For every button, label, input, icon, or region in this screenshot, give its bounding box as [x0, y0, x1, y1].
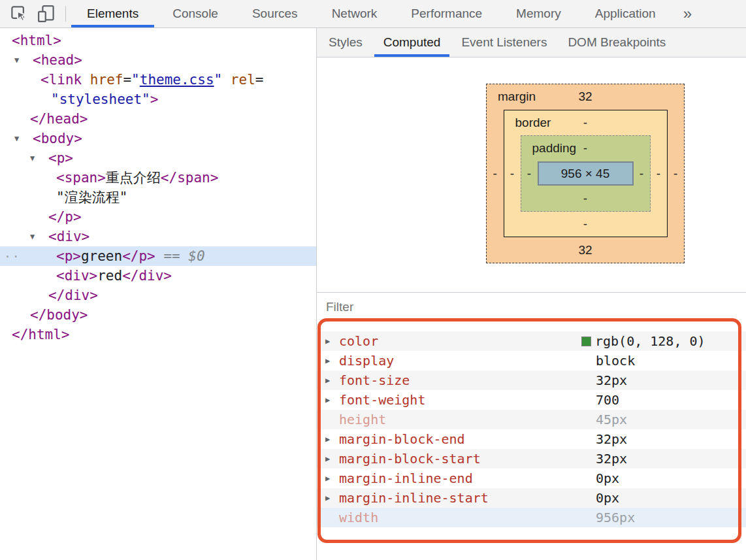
- property-expand-arrow-icon[interactable]: ▶: [325, 493, 339, 502]
- dom-tree-node[interactable]: <div>red</div>: [0, 266, 316, 286]
- devtools-main-toolbar: ElementsConsoleSourcesNetworkPerformance…: [0, 0, 746, 28]
- tab-sources[interactable]: Sources: [235, 0, 315, 27]
- computed-property-row[interactable]: ▶margin-block-end32px: [317, 429, 746, 449]
- property-value: 32px: [596, 429, 627, 449]
- property-value: 45px: [596, 410, 627, 429]
- property-expand-arrow-icon[interactable]: ▶: [325, 435, 339, 444]
- property-value: 700: [596, 390, 619, 410]
- dom-node-text: <body>: [0, 129, 82, 148]
- dom-tree-node[interactable]: "渲染流程": [0, 188, 316, 207]
- dom-tree-node[interactable]: </head>: [0, 109, 316, 129]
- border-label: border: [515, 116, 551, 130]
- dom-tree-node[interactable]: ▼<head>: [0, 50, 316, 70]
- computed-properties-list: ▶colorrgb(0, 128, 0)▶displayblock▶font-s…: [317, 321, 746, 560]
- dom-tree-node[interactable]: </p>: [0, 207, 316, 227]
- property-expand-arrow-icon[interactable]: ▶: [325, 395, 339, 404]
- computed-rows: ▶colorrgb(0, 128, 0)▶displayblock▶font-s…: [317, 331, 746, 527]
- tab-network[interactable]: Network: [315, 0, 395, 27]
- margin-bottom-value[interactable]: 32: [578, 243, 592, 257]
- padding-left-value[interactable]: -: [521, 167, 538, 181]
- dom-tree-node[interactable]: <html>: [0, 31, 316, 50]
- sidebar-tab-styles[interactable]: Styles: [318, 28, 373, 57]
- box-model-content[interactable]: 956 × 45: [538, 161, 634, 186]
- property-expand-arrow-icon[interactable]: ▶: [325, 454, 339, 463]
- dom-node-text: </html>: [0, 325, 70, 344]
- computed-property-row[interactable]: ▶displayblock: [317, 351, 746, 371]
- sidebar-tab-dom-breakpoints[interactable]: DOM Breakpoints: [557, 28, 676, 57]
- box-model-padding[interactable]: padding - - 956 × 45 - -: [521, 135, 651, 212]
- padding-right-value[interactable]: -: [634, 167, 650, 181]
- computed-property-row[interactable]: ▶colorrgb(0, 128, 0): [317, 331, 746, 351]
- tab-memory[interactable]: Memory: [499, 0, 578, 27]
- tab-console[interactable]: Console: [155, 0, 235, 27]
- expand-arrow-icon[interactable]: ▼: [14, 50, 19, 70]
- dom-tree-node[interactable]: <link href="theme.css" rel=: [0, 70, 316, 90]
- margin-top-value[interactable]: 32: [578, 90, 592, 104]
- computed-filter-input[interactable]: Filter: [317, 292, 746, 321]
- elements-dom-tree: <html>▼<head><link href="theme.css" rel=…: [0, 28, 316, 560]
- main-tabbar-tabs: ElementsConsoleSourcesNetworkPerformance…: [70, 0, 673, 27]
- property-expand-arrow-icon[interactable]: ▶: [325, 337, 339, 346]
- dom-node-text: <html>: [0, 31, 61, 50]
- property-name: margin-inline-start: [339, 490, 489, 506]
- padding-bottom-value[interactable]: -: [583, 191, 587, 206]
- dom-tree-node[interactable]: ▼<div>: [0, 227, 316, 246]
- computed-property-row[interactable]: ▶margin-block-start32px: [317, 449, 746, 469]
- property-value: 32px: [596, 449, 627, 469]
- dom-node-text: <div>red</div>: [0, 266, 172, 286]
- box-model-margin[interactable]: margin 32 - border - -: [486, 84, 685, 263]
- expand-arrow-icon[interactable]: ▼: [30, 148, 35, 168]
- dom-tree-node[interactable]: ..<p>green</p> == $0: [0, 246, 316, 266]
- margin-right-value[interactable]: -: [668, 167, 685, 181]
- dom-tree-node[interactable]: ▼<p>: [0, 148, 316, 168]
- border-right-value[interactable]: -: [651, 167, 667, 181]
- property-expand-arrow-icon[interactable]: ▶: [325, 356, 339, 365]
- box-model-border[interactable]: border - - padding -: [504, 110, 668, 237]
- tab-performance[interactable]: Performance: [394, 0, 499, 27]
- inspect-icon[interactable]: [5, 0, 33, 27]
- property-name: display: [339, 353, 394, 369]
- padding-top-value[interactable]: -: [583, 141, 587, 156]
- border-bottom-value[interactable]: -: [583, 217, 587, 231]
- padding-label: padding: [532, 141, 577, 156]
- computed-property-row[interactable]: ▶font-size32px: [317, 371, 746, 390]
- dom-node-text: </body>: [0, 305, 88, 325]
- property-expand-arrow-icon[interactable]: ▶: [325, 474, 339, 483]
- computed-property-row[interactable]: ▶margin-inline-start0px: [317, 488, 746, 508]
- computed-property-row[interactable]: height45px: [317, 410, 746, 429]
- dom-node-text: <head>: [0, 50, 82, 70]
- expand-arrow-icon[interactable]: ▼: [30, 227, 35, 246]
- computed-property-row[interactable]: ▶margin-inline-end0px: [317, 469, 746, 488]
- dom-node-text: <link href="theme.css" rel=: [0, 70, 263, 90]
- property-value: 32px: [596, 371, 627, 390]
- toolbar-icon-group: [0, 0, 60, 27]
- margin-left-value[interactable]: -: [487, 167, 504, 181]
- property-value: 0px: [596, 469, 619, 488]
- dom-tree-node[interactable]: "stylesheet">: [0, 90, 316, 109]
- dom-tree-node[interactable]: </html>: [0, 325, 316, 344]
- dom-tree-node[interactable]: </div>: [0, 286, 316, 305]
- dom-tree-node[interactable]: </body>: [0, 305, 316, 325]
- dom-node-text: </div>: [0, 286, 98, 305]
- border-left-value[interactable]: -: [504, 167, 521, 181]
- device-toolbar-icon[interactable]: [33, 0, 60, 27]
- computed-property-row[interactable]: width956px: [317, 508, 746, 527]
- dom-tree-node[interactable]: ▼<body>: [0, 129, 316, 148]
- dom-node-text: <p>: [0, 148, 73, 168]
- more-tabs-chevron-icon[interactable]: »: [673, 0, 702, 27]
- property-value: 956px: [596, 508, 635, 527]
- toolbar-divider: [65, 6, 66, 22]
- tab-elements[interactable]: Elements: [70, 0, 155, 27]
- sidebar-tab-event-listeners[interactable]: Event Listeners: [451, 28, 557, 57]
- border-top-value[interactable]: -: [583, 116, 587, 130]
- sidebar-tabbar: StylesComputedEvent ListenersDOM Breakpo…: [317, 28, 746, 58]
- dom-node-text: </head>: [0, 109, 88, 129]
- property-value: rgb(0, 128, 0): [596, 331, 705, 351]
- computed-property-row[interactable]: ▶font-weight700: [317, 390, 746, 410]
- tab-application[interactable]: Application: [578, 0, 673, 27]
- color-swatch[interactable]: [581, 337, 591, 346]
- dom-tree-node[interactable]: <span>重点介绍</span>: [0, 168, 316, 188]
- property-expand-arrow-icon[interactable]: ▶: [325, 376, 339, 385]
- sidebar-tab-computed[interactable]: Computed: [373, 28, 451, 57]
- expand-arrow-icon[interactable]: ▼: [14, 129, 19, 148]
